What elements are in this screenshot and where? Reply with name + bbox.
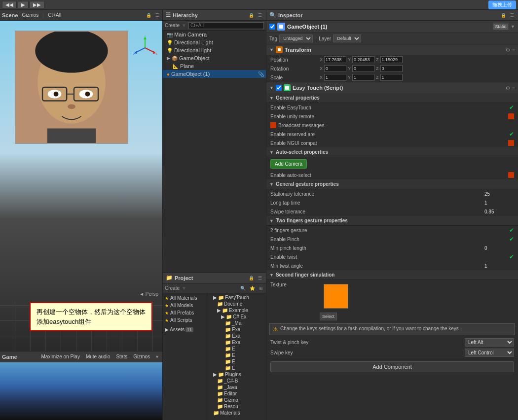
- project-menu-icon[interactable]: ☰: [257, 275, 263, 281]
- easytouch-section: ▼ Easy Touch (Script) ⚙ ≡ ▼ General prop…: [266, 82, 518, 358]
- texture-control: Select: [320, 282, 352, 320]
- stats-btn[interactable]: Stats: [114, 353, 129, 360]
- ct-all-button[interactable]: Ct+All: [46, 12, 63, 18]
- easytouch-header[interactable]: ▼ Easy Touch (Script) ⚙ ≡: [266, 82, 518, 93]
- folder-materials[interactable]: 📁 Materials: [208, 410, 265, 416]
- folder-e3[interactable]: 📁 E: [208, 358, 265, 365]
- axes-widget: Y X Z: [133, 35, 157, 60]
- folder-e2[interactable]: 📁 E: [208, 352, 265, 358]
- swipe-key-dropdown[interactable]: Left Control: [465, 349, 514, 357]
- two-fingers-header[interactable]: ▼ Two fingers gesture properties: [266, 216, 518, 226]
- hierarchy-search-input[interactable]: [188, 22, 264, 29]
- folder-csharp2[interactable]: 📁 _C#-B: [208, 378, 265, 384]
- go-active-checkbox[interactable]: [269, 24, 275, 30]
- tree-item-directional-light2[interactable]: 💡 Directional light: [163, 46, 266, 54]
- folder-document[interactable]: 📁 Docume: [208, 301, 265, 307]
- general-props-header[interactable]: ▼ General properties: [266, 93, 518, 103]
- project-star-icon[interactable]: ⭐: [249, 285, 256, 291]
- easytouch-more-icon[interactable]: ≡: [512, 85, 515, 91]
- scene-menu-icon[interactable]: ☰: [154, 12, 160, 18]
- pos-x-input[interactable]: [324, 56, 346, 63]
- fav-item-1[interactable]: ★ All Models: [163, 302, 207, 309]
- game-menu-icon[interactable]: ▼: [154, 354, 160, 360]
- toolbar-btn-1[interactable]: ◀◀: [2, 1, 17, 8]
- project-grid-icon[interactable]: ⊞: [258, 285, 264, 291]
- tree-item-gameobject[interactable]: ▶ 📦 GameObject: [163, 54, 266, 62]
- inspector-lock-icon[interactable]: 🔒: [500, 12, 507, 18]
- tree-item-plane[interactable]: 📐 Plane: [163, 62, 266, 70]
- auto-select-header[interactable]: ▼ Auto-select properties: [266, 147, 518, 157]
- tree-item-directional-light[interactable]: 💡 Directional Light: [163, 38, 266, 46]
- fav-item-3[interactable]: ★ All Scripts: [163, 316, 207, 324]
- project-search-icon[interactable]: 🔍: [239, 285, 247, 291]
- folder-exa3[interactable]: 📁 Exa: [208, 339, 265, 346]
- hierarchy-lock-icon[interactable]: 🔒: [248, 12, 255, 18]
- maximize-play-btn[interactable]: Maximize on Play: [39, 353, 82, 360]
- gesture-props-title: General gesture properties: [276, 181, 339, 187]
- upload-button[interactable]: 拖拽上传: [488, 0, 516, 9]
- assets-header[interactable]: ▶ Assets 11: [163, 326, 207, 333]
- folder-resou[interactable]: 📁 Resou: [208, 403, 265, 410]
- pos-z-input[interactable]: [380, 56, 403, 63]
- folder-easytouch[interactable]: ▶ 📁 EasyTouch: [208, 294, 265, 301]
- folder-icon-cs2: 📁: [217, 378, 223, 384]
- mute-audio-btn[interactable]: Mute audio: [84, 353, 112, 360]
- transform-settings-icon[interactable]: ⚙: [506, 47, 510, 53]
- folder-java[interactable]: 📁 _Java: [208, 384, 265, 390]
- scale-label: Scale: [270, 75, 320, 80]
- folder-exa2[interactable]: 📁 Exa: [208, 333, 265, 339]
- folder-editor[interactable]: 📁 Editor: [208, 390, 265, 397]
- second-finger-header[interactable]: ▼ Second finger simulation: [266, 270, 518, 280]
- rot-y-input[interactable]: [352, 65, 374, 72]
- add-camera-button[interactable]: Add Camera: [270, 159, 307, 169]
- rot-z-input[interactable]: [380, 65, 403, 72]
- gizmos-button[interactable]: Gizmos: [20, 12, 40, 18]
- folder-e4[interactable]: 📁 E: [208, 365, 265, 371]
- folder-gizmo[interactable]: 📁 Gizmo: [208, 397, 265, 403]
- folder-example[interactable]: ▶ 📁 Example: [208, 307, 265, 314]
- scale-y-input[interactable]: [352, 74, 374, 81]
- scale-x-input[interactable]: [324, 74, 346, 81]
- hierarchy-menu-icon[interactable]: ☰: [257, 12, 263, 18]
- scale-y-label: Y: [348, 75, 351, 80]
- enable-twist-row: Enable twist ✔: [266, 252, 518, 261]
- rotation-value: X Y Z: [320, 65, 514, 72]
- tag-dropdown[interactable]: Untagged: [279, 35, 313, 42]
- folder-ma[interactable]: 📁 _Ma: [208, 320, 265, 326]
- fav-label-1: All Models: [170, 303, 193, 308]
- fav-item-0[interactable]: ★ All Materials: [163, 294, 207, 302]
- tree-item-gameobject1[interactable]: ● GameObject (1) 📎: [163, 70, 266, 78]
- transform-more-icon[interactable]: ≡: [512, 47, 515, 53]
- layer-dropdown[interactable]: Default: [333, 35, 361, 42]
- gesture-props-header[interactable]: ▼ General gesture properties: [266, 179, 518, 189]
- project-create-btn[interactable]: Create: [165, 285, 180, 291]
- toolbar-btn-2[interactable]: ▶: [18, 1, 29, 8]
- scene-lock-icon[interactable]: 🔒: [145, 12, 152, 18]
- inspector-menu-icon[interactable]: ☰: [509, 12, 515, 18]
- pos-y-input[interactable]: [352, 56, 374, 63]
- transform-section: ▼ Transform ⚙ ≡ Position X: [266, 44, 518, 82]
- rot-x-input[interactable]: [324, 65, 346, 72]
- rotation-label: Rotation: [270, 66, 320, 71]
- tree-item-main-camera[interactable]: 📷 Main Camera: [163, 31, 266, 38]
- add-component-button[interactable]: Add Component: [270, 361, 514, 372]
- texture-select-button[interactable]: Select: [320, 313, 337, 320]
- twist-pinch-dropdown[interactable]: Left Alt: [465, 338, 514, 347]
- folder-e1[interactable]: 📁 E: [208, 346, 265, 352]
- folder-csharp[interactable]: ▶ 📁 C# Ex: [208, 314, 265, 320]
- position-value: X Y Z: [320, 56, 514, 63]
- hierarchy-panel: ☰ Hierarchy 🔒 ☰ Create ▼ 📷 Main Camera 💡: [163, 10, 266, 272]
- fav-item-2[interactable]: ★ All Prefabs: [163, 309, 207, 316]
- project-lock-icon[interactable]: 🔒: [248, 275, 255, 281]
- folder-exa1[interactable]: 📁 Exa: [208, 326, 265, 333]
- hierarchy-create-btn[interactable]: Create: [165, 23, 180, 28]
- easytouch-settings-icon[interactable]: ⚙: [506, 85, 510, 91]
- toolbar-btn-3[interactable]: ▶▶: [30, 1, 44, 8]
- folder-plugins[interactable]: ▶ 📁 Plugins: [208, 371, 265, 378]
- game-gizmos-btn[interactable]: Gizmos: [131, 353, 152, 360]
- easytouch-enabled-checkbox[interactable]: [276, 85, 282, 91]
- scale-z-input[interactable]: [380, 74, 403, 81]
- project-content: ★ All Materials ★ All Models ★ All Prefa…: [163, 293, 266, 420]
- transform-header[interactable]: ▼ Transform ⚙ ≡: [266, 44, 518, 55]
- rotation-row: Rotation X Y Z: [266, 64, 518, 73]
